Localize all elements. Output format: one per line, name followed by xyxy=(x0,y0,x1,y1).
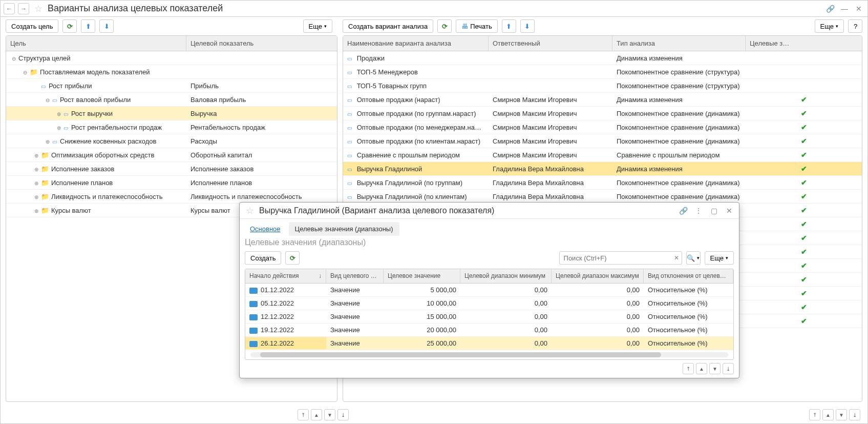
create-variant-button[interactable]: Создать вариант анализа xyxy=(343,19,433,33)
scroll-bottom-button[interactable]: ⤓ xyxy=(337,409,349,420)
variant-row[interactable]: ▭ Выручка ГладилинойГладилина Вера Михай… xyxy=(343,162,862,176)
variant-row[interactable]: ▭ Сравнение с прошлым периодомСмирнов Ма… xyxy=(343,148,862,162)
create-goal-button[interactable]: Создать цель xyxy=(6,19,58,33)
move-up-variant-button[interactable]: ⬆ xyxy=(502,19,516,33)
tree-row[interactable]: ⊖📁Поставляемая модель показателей xyxy=(6,65,337,79)
expand-icon[interactable]: ⊕ xyxy=(33,153,40,158)
variant-name: Оптовые продажи (по клиентам.нараст) xyxy=(357,137,480,145)
expand-icon[interactable]: ⊕ xyxy=(33,180,40,186)
pcol-dev[interactable]: Вид отклонения от целевог… xyxy=(644,269,733,283)
scroll-down-button[interactable]: ▼ xyxy=(324,409,335,420)
target-row[interactable]: 12.12.2022Значение15 000,000,000,00Относ… xyxy=(245,310,733,324)
refresh-button[interactable]: ⟳ xyxy=(62,19,77,33)
horizontal-scrollbar[interactable] xyxy=(250,352,728,357)
move-down-button[interactable]: ⬇ xyxy=(99,19,114,33)
tree-row[interactable]: ⊖▭Рост валовой прибылиВаловая прибыль xyxy=(6,93,337,107)
tree-row[interactable]: ⊖Структура целей xyxy=(6,51,337,65)
scroll-down-button[interactable]: ▼ xyxy=(709,363,721,374)
close-icon[interactable]: ✕ xyxy=(724,205,735,216)
tree-row[interactable]: ⊕📁Исполнение заказовИсполнение заказов xyxy=(6,162,337,176)
tree-row[interactable]: ⊕▭Рост выручкиВыручка xyxy=(6,107,337,120)
refresh-targets-button[interactable]: ⟳ xyxy=(285,251,300,265)
tree-row[interactable]: ⊕▭Рост рентабельности продажРентабельнос… xyxy=(6,120,337,134)
tree-row[interactable]: ▭Рост прибылиПрибыль xyxy=(6,79,337,93)
minimize-icon[interactable]: — xyxy=(839,3,850,14)
variant-row[interactable]: ▭ Выручка Гладилиной (по группам)Гладили… xyxy=(343,176,862,190)
link-icon[interactable]: 🔗 xyxy=(824,3,836,14)
tab-main[interactable]: Основное xyxy=(244,222,287,236)
tree-row[interactable]: ⊕📁Оптимизация оборотных средствОборотный… xyxy=(6,148,337,162)
pcol-start[interactable]: Начало действия ↓ xyxy=(245,269,326,283)
col-indicator[interactable]: Целевой показатель xyxy=(186,36,337,51)
pcol-value[interactable]: Целевое значение xyxy=(384,269,460,283)
link-icon[interactable]: 🔗 xyxy=(678,205,689,216)
collapse-icon[interactable]: ⊖ xyxy=(22,70,29,75)
min-cell: 0,00 xyxy=(460,311,552,322)
scroll-top-button[interactable]: ⤒ xyxy=(809,409,820,420)
create-target-button[interactable]: Создать xyxy=(245,251,281,265)
search-menu-button[interactable]: 🔍 ▾ xyxy=(686,251,701,265)
variant-row[interactable]: ▭ Оптовые продажи (нараст)Смирнов Максим… xyxy=(343,93,862,107)
pcol-min[interactable]: Целевой диапазон минимум xyxy=(460,269,552,283)
variant-row[interactable]: ▭ Оптовые продажи (по менеджерам.нараст)… xyxy=(343,120,862,134)
expand-icon[interactable]: ⊕ xyxy=(33,194,40,200)
scroll-top-button[interactable]: ⤒ xyxy=(298,409,309,420)
move-down-variant-button[interactable]: ⬇ xyxy=(520,19,535,33)
scroll-down-button[interactable]: ▼ xyxy=(836,409,847,420)
collapse-icon[interactable]: ⊖ xyxy=(44,97,51,103)
favorite-star-icon[interactable]: ☆ xyxy=(34,3,43,14)
col-targets[interactable]: Целевые з… xyxy=(746,36,862,51)
nav-forward-button[interactable]: → xyxy=(18,3,29,14)
col-goal[interactable]: Цель xyxy=(6,36,186,51)
variant-row[interactable]: ▭ ТОП-5 Товарных группПокомпонентное сра… xyxy=(343,79,862,93)
target-row[interactable]: 05.12.2022Значение10 000,000,000,00Относ… xyxy=(245,297,733,310)
scroll-up-button[interactable]: ▲ xyxy=(822,409,834,420)
check-cell: ✔ xyxy=(746,287,862,299)
tab-targets[interactable]: Целевые значения (диапазоны) xyxy=(289,222,399,236)
more-targets-button[interactable]: Еще ▾ xyxy=(705,251,734,265)
expand-icon[interactable]: ⊕ xyxy=(33,167,40,172)
more-menu-right[interactable]: Еще ▾ xyxy=(815,19,844,33)
tree-row[interactable]: ⊕📁Ликвидность и платежеспособностьЛиквид… xyxy=(6,190,337,204)
search-input[interactable] xyxy=(559,251,682,265)
variant-row[interactable]: ▭ Выручка Гладилиной (по клиентам)Гладил… xyxy=(343,190,862,204)
target-row[interactable]: 01.12.2022Значение5 000,000,000,00Относи… xyxy=(245,284,733,297)
scroll-bottom-button[interactable]: ⤓ xyxy=(849,409,860,420)
tree-label: Поставляемая модель показателей xyxy=(40,68,150,76)
more-menu-left[interactable]: Еще ▾ xyxy=(303,19,332,33)
col-responsible[interactable]: Ответственный xyxy=(489,36,612,51)
expand-icon[interactable]: ⊕ xyxy=(55,125,62,131)
help-button[interactable]: ? xyxy=(848,19,862,33)
pcol-kind[interactable]: Вид целевого з… xyxy=(326,269,384,283)
print-button[interactable]: 🖶 Печать xyxy=(456,19,498,33)
scroll-bottom-button[interactable]: ⤓ xyxy=(723,363,734,374)
refresh-variants-button[interactable]: ⟳ xyxy=(437,19,452,33)
favorite-star-icon[interactable]: ☆ xyxy=(246,205,254,216)
tree-row[interactable]: ⊕▭Снижение косвенных расходовРасходы xyxy=(6,134,337,148)
tree-label: Рост рентабельности продаж xyxy=(71,124,162,131)
menu-dots-icon[interactable]: ⋮ xyxy=(693,205,704,216)
expand-icon[interactable]: ⊕ xyxy=(33,208,40,214)
pcol-max[interactable]: Целевой диапазон максимум xyxy=(552,269,644,283)
check-cell: ✔ xyxy=(746,246,862,258)
scroll-top-button[interactable]: ⤒ xyxy=(683,363,694,374)
maximize-icon[interactable]: ▢ xyxy=(708,205,719,216)
col-type[interactable]: Тип анализа xyxy=(612,36,746,51)
variant-row[interactable]: ▭ ТОП-5 МенеджеровПокомпонентное сравнен… xyxy=(343,65,862,79)
collapse-icon[interactable]: ⊖ xyxy=(10,56,17,62)
target-row[interactable]: 26.12.2022Значение25 000,000,000,00Относ… xyxy=(245,337,733,350)
variant-row[interactable]: ▭ Оптовые продажи (по группам.нараст)Сми… xyxy=(343,107,862,120)
nav-back-button[interactable]: ← xyxy=(4,3,15,14)
target-row[interactable]: 19.12.2022Значение20 000,000,000,00Относ… xyxy=(245,324,733,337)
tree-row[interactable]: ⊕📁Исполнение плановИсполнение планов xyxy=(6,176,337,190)
col-variant-name[interactable]: Наименование варианта анализа xyxy=(343,36,489,51)
close-icon[interactable]: ✕ xyxy=(853,3,864,14)
variant-row[interactable]: ▭ ПродажиДинамика изменения xyxy=(343,51,862,65)
scroll-up-button[interactable]: ▲ xyxy=(311,409,322,420)
variant-row[interactable]: ▭ Оптовые продажи (по клиентам.нараст)См… xyxy=(343,134,862,148)
move-up-button[interactable]: ⬆ xyxy=(81,19,95,33)
expand-icon[interactable]: ⊕ xyxy=(55,111,62,117)
scroll-up-button[interactable]: ▲ xyxy=(696,363,707,374)
clear-search-icon[interactable]: ✕ xyxy=(674,254,679,261)
expand-icon[interactable]: ⊕ xyxy=(44,139,51,145)
